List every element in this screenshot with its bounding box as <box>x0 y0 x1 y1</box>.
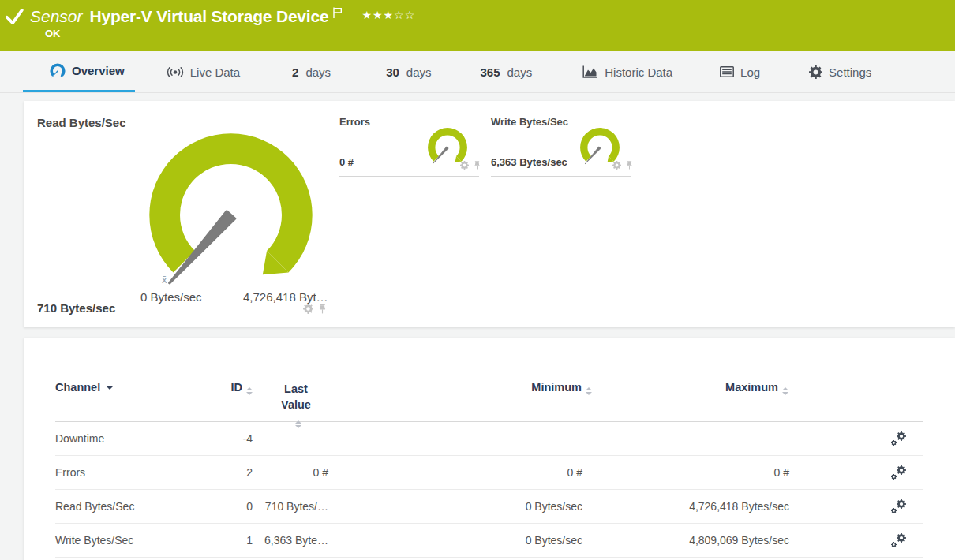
tab-bar: Overview Live Data 2 days 30 days 365 da… <box>0 51 955 93</box>
table-row-write-bytes: Write Bytes/Sec 1 6,363 Byte… 0 Bytes/se… <box>55 524 923 558</box>
tab-label: days <box>406 65 432 79</box>
minimum-value: 0 Bytes/sec <box>339 534 592 547</box>
column-header-last-value[interactable]: Last Value <box>253 381 339 428</box>
channel-settings-gears-icon[interactable] <box>891 499 906 513</box>
channel-id: -4 <box>201 432 253 445</box>
read-gauge-max-label: 4,726,418 Byt… <box>243 290 328 304</box>
divider <box>32 319 330 319</box>
last-value: 710 Bytes/… <box>253 500 339 513</box>
channel-settings-gears-icon[interactable] <box>891 465 906 480</box>
tab-label: Overview <box>72 64 125 77</box>
tab-label: days <box>507 65 533 79</box>
channel-id: 0 <box>201 500 253 513</box>
tab-overview[interactable]: Overview <box>23 51 135 92</box>
read-gauge-actions <box>303 304 328 314</box>
area-chart-icon <box>582 65 598 78</box>
channel-name: Write Bytes/Sec <box>55 534 201 547</box>
tab-number: 365 <box>481 65 500 79</box>
pin-icon[interactable] <box>473 161 481 170</box>
table-row-read-bytes: Read Bytes/Sec 0 710 Bytes/… 0 Bytes/sec… <box>55 490 923 524</box>
tab-number: 2 <box>292 65 298 79</box>
pin-icon[interactable] <box>625 161 634 170</box>
tab-30-days[interactable]: 30 days <box>386 51 431 92</box>
divider <box>491 176 631 177</box>
channel-name: Errors <box>55 466 201 479</box>
write-gauge-actions <box>612 161 634 170</box>
divider <box>339 176 479 177</box>
tab-label: Log <box>740 65 760 79</box>
sensor-header-banner: Sensor Hyper-V Virtual Storage Device ★★… <box>0 0 955 51</box>
read-gauge-value: 710 Bytes/sec <box>37 301 115 315</box>
maximum-value: 4,809,069 Bytes/sec <box>592 534 793 547</box>
status-badge: OK <box>45 28 61 39</box>
column-header-label: Channel <box>55 381 100 394</box>
mean-marker: x̄ <box>162 274 167 286</box>
pin-icon[interactable] <box>317 304 328 314</box>
column-header-maximum[interactable]: Maximum <box>592 381 793 395</box>
tab-2-days[interactable]: 2 days <box>292 51 331 92</box>
tab-historic-data[interactable]: Historic Data <box>582 51 672 92</box>
gear-icon[interactable] <box>460 161 469 170</box>
sort-arrows-icon <box>246 387 253 395</box>
write-gauge-value: 6,363 Bytes/sec <box>491 156 567 168</box>
channel-id: 1 <box>201 534 253 547</box>
status-ok-check-icon <box>6 8 24 25</box>
tab-settings[interactable]: Settings <box>809 51 871 92</box>
minimum-value: 0 # <box>339 466 592 479</box>
flag-icon[interactable] <box>332 7 343 19</box>
column-header-label: Last Value <box>281 383 311 411</box>
last-value: 0 # <box>253 466 339 479</box>
channels-table-panel: Channel ID Last Value Minimum Maximum Do… <box>24 338 955 560</box>
sensor-title-row: Sensor Hyper-V Virtual Storage Device ★★… <box>6 5 415 26</box>
tab-label: Live Data <box>190 65 240 79</box>
column-header-channel[interactable]: Channel <box>55 381 201 394</box>
tab-365-days[interactable]: 365 days <box>481 51 533 92</box>
errors-gauge-value: 0 # <box>339 156 354 168</box>
tab-label: days <box>305 65 331 79</box>
live-data-icon <box>167 66 184 78</box>
page-title: Hyper-V Virtual Storage Device <box>90 7 329 26</box>
column-header-id[interactable]: ID <box>201 381 253 395</box>
sort-arrows-icon <box>295 420 301 428</box>
tab-label: Settings <box>829 65 871 79</box>
read-gauge-min-label: 0 Bytes/sec <box>140 290 202 304</box>
column-header-label: Minimum <box>531 381 582 394</box>
maximum-value: 0 # <box>592 466 793 479</box>
tab-live-data[interactable]: Live Data <box>167 51 240 92</box>
gauge-icon <box>50 63 66 79</box>
column-header-minimum[interactable]: Minimum <box>339 381 592 395</box>
channel-name: Downtime <box>55 432 201 445</box>
errors-gauge-title: Errors <box>339 116 370 128</box>
channels-table: Channel ID Last Value Minimum Maximum Do… <box>55 381 923 558</box>
minimum-value: 0 Bytes/sec <box>339 500 592 513</box>
sort-caret-down-icon <box>106 386 114 390</box>
table-header-row: Channel ID Last Value Minimum Maximum <box>55 381 923 422</box>
table-row-downtime: Downtime -4 <box>55 422 923 456</box>
gear-icon[interactable] <box>612 161 621 170</box>
maximum-value: 4,726,418 Bytes/sec <box>592 500 793 513</box>
gauges-panel: Read Bytes/Sec x̄ 0 Bytes/sec 4,726,418 … <box>24 101 955 327</box>
priority-stars[interactable]: ★★★☆☆ <box>361 9 415 21</box>
channel-settings-gears-icon[interactable] <box>891 533 906 547</box>
last-value: 6,363 Byte… <box>253 534 339 547</box>
table-row-errors: Errors 2 0 # 0 # 0 # <box>55 456 923 490</box>
sort-arrows-icon <box>586 387 592 395</box>
gear-icon[interactable] <box>303 304 313 314</box>
channel-name: Read Bytes/Sec <box>55 500 201 513</box>
read-gauge-title: Read Bytes/Sec <box>37 116 126 129</box>
channel-id: 2 <box>201 466 253 479</box>
channel-settings-gears-icon[interactable] <box>891 431 906 446</box>
sensor-kind-label: Sensor <box>30 7 83 26</box>
log-list-icon <box>720 66 734 77</box>
tab-number: 30 <box>386 65 399 79</box>
tab-log[interactable]: Log <box>720 51 760 92</box>
write-gauge-title: Write Bytes/Sec <box>491 116 568 128</box>
read-gauge <box>146 130 316 300</box>
tab-label: Historic Data <box>605 65 672 79</box>
errors-gauge-actions <box>460 161 481 170</box>
column-header-label: Maximum <box>725 381 778 394</box>
gear-icon <box>809 65 822 79</box>
sort-arrows-icon <box>782 387 788 395</box>
column-header-label: ID <box>231 381 243 394</box>
